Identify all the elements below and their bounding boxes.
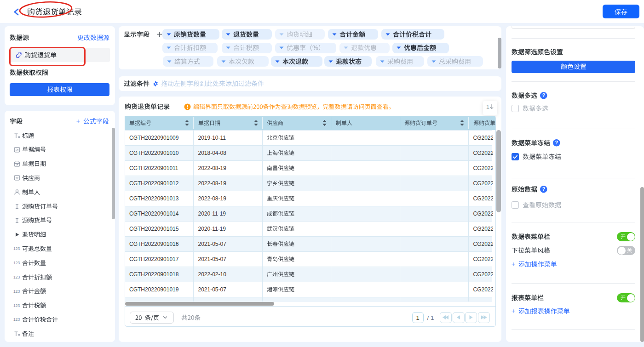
svg-text:?: ? (555, 140, 558, 145)
svg-text:?: ? (542, 186, 545, 192)
svg-text:?: ? (542, 92, 545, 98)
